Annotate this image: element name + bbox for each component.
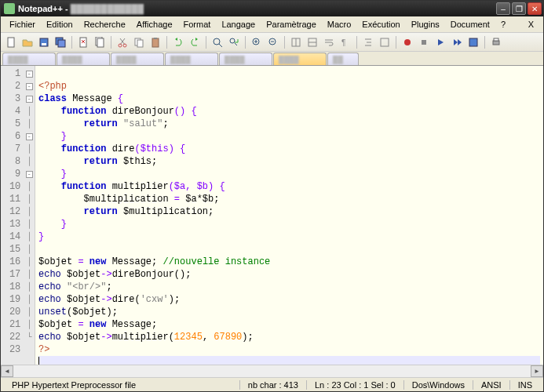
- paste-icon[interactable]: [148, 35, 162, 49]
- svg-rect-0: [8, 38, 14, 47]
- scroll-track[interactable]: [13, 365, 531, 377]
- status-eol: Dos\Windows: [403, 380, 473, 390]
- svg-rect-25: [493, 41, 499, 45]
- print-icon[interactable]: [489, 35, 503, 49]
- app-icon: [4, 3, 15, 14]
- save-macro-icon[interactable]: [466, 35, 480, 49]
- menu-macro[interactable]: Macro: [322, 18, 357, 31]
- toolbar: ¶: [1, 33, 543, 52]
- status-encoding: ANSI: [473, 380, 509, 390]
- cut-icon[interactable]: [115, 35, 130, 49]
- tab-3[interactable]: ████: [111, 53, 164, 65]
- close-all-icon[interactable]: [93, 35, 107, 49]
- new-file-icon[interactable]: [4, 35, 18, 49]
- scroll-left-button[interactable]: ◄: [1, 365, 13, 377]
- mdi-close-button[interactable]: X: [522, 18, 540, 31]
- sync-h-icon[interactable]: [305, 35, 319, 49]
- status-filetype: PHP Hypertext Preprocessor file: [4, 380, 239, 390]
- code-editor[interactable]: <?php class Message { function direBonjo…: [35, 66, 543, 365]
- tab-7[interactable]: ██: [327, 53, 359, 65]
- tab-6-active[interactable]: ████: [273, 53, 327, 65]
- status-cursor: Ln : 23 Col : 1 Sel : 0: [306, 380, 403, 390]
- menu-recherche[interactable]: Recherche: [78, 18, 131, 31]
- window-title: Notepad++ - ████████████: [18, 4, 496, 13]
- tab-2[interactable]: ████: [57, 53, 110, 65]
- maximize-button[interactable]: ❐: [512, 2, 526, 15]
- save-icon[interactable]: [37, 35, 51, 49]
- menu-edition[interactable]: Edition: [41, 18, 78, 31]
- play-macro-icon[interactable]: [433, 35, 447, 49]
- status-nbchar: nb char : 413: [239, 380, 306, 390]
- menu-help[interactable]: ?: [495, 18, 511, 31]
- text-caret: [38, 357, 39, 365]
- svg-rect-24: [469, 38, 477, 46]
- svg-point-15: [230, 38, 235, 43]
- menu-affichage[interactable]: Affichage: [131, 18, 178, 31]
- minimize-button[interactable]: –: [496, 2, 510, 15]
- editor-area: 1234567891011121314151617181920212223 - …: [1, 66, 543, 365]
- play-multi-icon[interactable]: [450, 35, 464, 49]
- svg-rect-11: [137, 40, 143, 47]
- find-icon[interactable]: [210, 35, 225, 49]
- zoom-in-icon[interactable]: [250, 35, 264, 49]
- close-button[interactable]: ✕: [528, 2, 542, 15]
- menu-langage[interactable]: Langage: [216, 18, 261, 31]
- menu-format[interactable]: Format: [178, 18, 217, 31]
- fold-column[interactable]: - - - │ │ - │ │ - │ │ │ │ │ │ │ │ │ │ │ …: [24, 67, 35, 365]
- undo-icon[interactable]: [171, 35, 185, 49]
- indent-guide-icon[interactable]: [361, 35, 375, 49]
- svg-rect-5: [80, 38, 86, 47]
- status-mode: INS: [509, 380, 540, 390]
- line-numbers: 1234567891011121314151617181920212223: [1, 67, 24, 365]
- svg-point-14: [214, 38, 220, 45]
- menu-fichier[interactable]: Fichier: [4, 18, 41, 31]
- svg-rect-2: [42, 43, 46, 45]
- copy-icon[interactable]: [132, 35, 146, 49]
- open-file-icon[interactable]: [20, 35, 35, 49]
- menu-parametrage[interactable]: Paramètrage: [261, 18, 322, 31]
- svg-rect-7: [97, 38, 104, 47]
- zoom-out-icon[interactable]: [266, 35, 280, 49]
- replace-icon[interactable]: [227, 35, 241, 49]
- scroll-right-button[interactable]: ►: [531, 365, 543, 377]
- stop-macro-icon[interactable]: [417, 35, 431, 49]
- show-all-chars-icon[interactable]: ¶: [338, 35, 352, 49]
- svg-rect-13: [154, 38, 157, 39]
- svg-rect-26: [494, 38, 498, 41]
- sync-v-icon[interactable]: [289, 35, 303, 49]
- svg-rect-21: [381, 38, 389, 46]
- menubar: Fichier Edition Recherche Affichage Form…: [1, 16, 543, 33]
- menu-execution[interactable]: Exécution: [356, 18, 405, 31]
- user-define-icon[interactable]: [378, 35, 392, 49]
- svg-rect-23: [422, 40, 426, 45]
- titlebar[interactable]: Notepad++ - ████████████ – ❐ ✕: [1, 1, 543, 16]
- close-file-icon[interactable]: [76, 35, 90, 49]
- svg-point-22: [404, 39, 411, 45]
- menu-plugins[interactable]: Plugins: [406, 18, 445, 31]
- tab-5[interactable]: ████: [219, 53, 272, 65]
- save-all-icon[interactable]: [53, 35, 68, 49]
- tabstrip: ████ ████ ████ ████ ████ ████ ██: [1, 52, 543, 66]
- redo-icon[interactable]: [188, 35, 202, 49]
- gutter: 1234567891011121314151617181920212223 - …: [1, 66, 35, 365]
- wrap-icon[interactable]: [322, 35, 336, 49]
- svg-text:¶: ¶: [341, 38, 345, 47]
- tab-1[interactable]: ████: [2, 53, 56, 65]
- svg-rect-12: [152, 38, 159, 47]
- svg-rect-4: [58, 40, 65, 47]
- statusbar: PHP Hypertext Preprocessor file nb char …: [1, 377, 543, 391]
- tab-4[interactable]: ████: [165, 53, 218, 65]
- menu-document[interactable]: Document: [445, 18, 495, 31]
- record-macro-icon[interactable]: [400, 35, 414, 49]
- horizontal-scrollbar[interactable]: ◄ ►: [1, 365, 543, 377]
